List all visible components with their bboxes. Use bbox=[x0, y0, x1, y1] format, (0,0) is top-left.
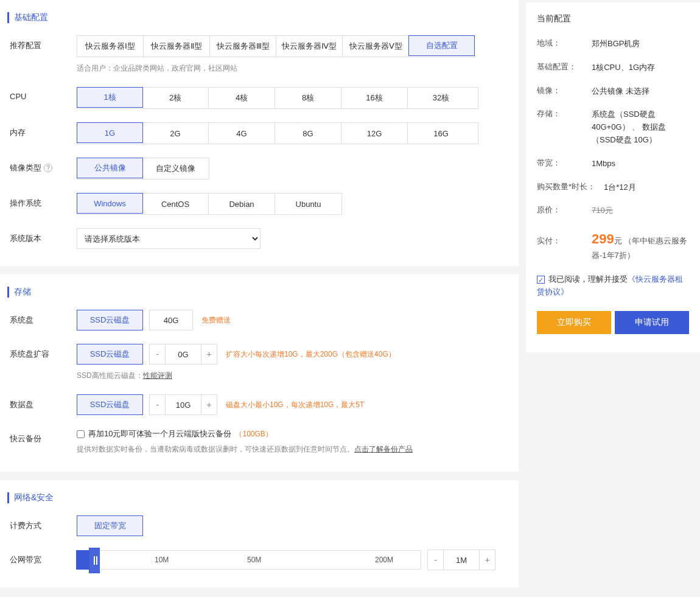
sum-storage-val: 系统盘（SSD硬盘 40G+0G） 、 数据盘（SSD硬盘 10G） bbox=[592, 108, 689, 146]
backup-note: 提供对数据实时备份，当遭勒索病毒或数据误删时，可快速还原数据到任意时间节点。点击… bbox=[77, 444, 513, 455]
expand-stepper: - + bbox=[149, 344, 217, 365]
mem-opt-8g[interactable]: 8G bbox=[275, 123, 341, 144]
datadisk-stepper: - + bbox=[149, 394, 217, 415]
mem-opt-2g[interactable]: 2G bbox=[142, 123, 209, 144]
summary-title: 当前配置 bbox=[537, 13, 689, 24]
backup-checkbox[interactable] bbox=[77, 430, 85, 438]
buy-now-button[interactable]: 立即购买 bbox=[537, 311, 611, 334]
slider-handle[interactable] bbox=[89, 548, 100, 573]
label-os: 操作系统 bbox=[10, 193, 77, 209]
datadisk-minus-button[interactable]: - bbox=[150, 395, 166, 414]
sum-origin-label: 原价： bbox=[537, 204, 592, 217]
backup-opt-size: （100GB） bbox=[235, 429, 272, 439]
sum-bw-label: 带宽： bbox=[537, 158, 592, 170]
cpu-opt-8[interactable]: 8核 bbox=[275, 88, 341, 108]
sum-region-label: 地域： bbox=[537, 38, 592, 51]
bw-plus-button[interactable]: + bbox=[479, 550, 495, 570]
label-cpu: CPU bbox=[10, 87, 77, 101]
expand-hint: 扩容大小每次递增10G，最大200G（包含赠送40G） bbox=[226, 349, 396, 360]
label-expand: 系统盘扩容 bbox=[10, 344, 77, 360]
cpu-opt-32[interactable]: 32核 bbox=[408, 88, 474, 108]
os-opt-windows[interactable]: Windows bbox=[77, 193, 143, 214]
rec-opt-2[interactable]: 快云服务器Ⅱ型 bbox=[144, 36, 210, 57]
sysdisk-type-ssd[interactable]: SSD云磁盘 bbox=[77, 310, 143, 330]
datadisk-hint: 磁盘大小最小10G，每次递增10G，最大5T bbox=[226, 400, 364, 410]
sum-image-label: 镜像： bbox=[537, 85, 592, 98]
bw-tick-200m: 200M bbox=[375, 556, 393, 564]
recommended-options: 快云服务器Ⅰ型 快云服务器Ⅱ型 快云服务器Ⅲ型 快云服务器Ⅳ型 快云服务器Ⅴ型 … bbox=[77, 35, 475, 57]
datadisk-input[interactable] bbox=[166, 395, 201, 414]
label-recommended: 推荐配置 bbox=[10, 35, 77, 51]
expand-type-ssd[interactable]: SSD云磁盘 bbox=[77, 344, 143, 365]
os-opt-ubuntu[interactable]: Ubuntu bbox=[275, 194, 341, 214]
bw-tick-50m: 50M bbox=[247, 556, 261, 564]
sum-basic-label: 基础配置： bbox=[537, 61, 592, 74]
sum-basic-val: 1核CPU、1G内存 bbox=[592, 61, 689, 74]
sum-storage-label: 存储： bbox=[537, 108, 592, 146]
sysdisk-size-box: 40G bbox=[149, 310, 193, 330]
os-opt-centos[interactable]: CentOS bbox=[142, 194, 209, 214]
cpu-opt-16[interactable]: 16核 bbox=[341, 88, 408, 108]
apply-trial-button[interactable]: 申请试用 bbox=[615, 311, 689, 334]
rec-opt-5[interactable]: 快云服务器Ⅴ型 bbox=[343, 36, 409, 57]
perf-link[interactable]: 性能评测 bbox=[143, 371, 172, 380]
rec-opt-custom[interactable]: 自选配置 bbox=[408, 35, 475, 56]
bw-minus-button[interactable]: - bbox=[428, 550, 444, 570]
label-bandwidth: 公网带宽 bbox=[10, 550, 77, 565]
sum-pay-label: 实付： bbox=[537, 236, 592, 246]
system-version-select[interactable]: 请选择系统版本 bbox=[77, 228, 261, 249]
bandwidth-slider[interactable]: 10M 50M 200M bbox=[77, 550, 421, 570]
sum-qty-label: 购买数量*时长： bbox=[537, 181, 604, 194]
sum-origin-val: 710元 bbox=[592, 204, 689, 217]
backup-opt-text: 再加10元即可体验一个月云端版快云备份 bbox=[88, 428, 231, 439]
cpu-opt-4[interactable]: 4核 bbox=[209, 88, 275, 108]
section-title-storage: 存储 bbox=[7, 287, 513, 298]
mem-opt-12g[interactable]: 12G bbox=[341, 123, 408, 144]
backup-learn-link[interactable]: 点击了解备份产品 bbox=[354, 445, 413, 453]
agree-checkbox[interactable] bbox=[537, 276, 545, 284]
bw-tick-10m: 10M bbox=[155, 556, 169, 564]
os-opt-debian[interactable]: Debian bbox=[209, 194, 275, 214]
label-billing: 计费方式 bbox=[10, 515, 77, 531]
sum-qty-val: 1台*12月 bbox=[604, 181, 689, 194]
mem-opt-16g[interactable]: 16G bbox=[408, 123, 474, 144]
sum-bw-val: 1Mbps bbox=[592, 158, 689, 170]
rec-opt-4[interactable]: 快云服务器Ⅳ型 bbox=[276, 36, 343, 57]
section-title-basic: 基础配置 bbox=[7, 12, 513, 23]
sysdisk-gift: 免费赠送 bbox=[201, 315, 231, 326]
expand-plus-button[interactable]: + bbox=[201, 344, 217, 364]
question-icon[interactable]: ? bbox=[44, 164, 52, 172]
label-sysver: 系统版本 bbox=[10, 228, 77, 244]
img-opt-public[interactable]: 公共镜像 bbox=[77, 158, 143, 178]
expand-input[interactable] bbox=[166, 344, 201, 364]
rec-opt-1[interactable]: 快云服务器Ⅰ型 bbox=[77, 36, 144, 57]
cpu-opt-1[interactable]: 1核 bbox=[77, 87, 143, 108]
mem-opt-4g[interactable]: 4G bbox=[209, 123, 275, 144]
cpu-opt-2[interactable]: 2核 bbox=[142, 88, 209, 108]
sum-region-val: 郑州BGP机房 bbox=[592, 38, 689, 51]
img-opt-custom[interactable]: 自定义镜像 bbox=[142, 158, 209, 179]
sum-image-val: 公共镜像 未选择 bbox=[592, 85, 689, 98]
section-title-network: 网络&安全 bbox=[7, 492, 513, 503]
label-memory: 内存 bbox=[10, 122, 77, 138]
bandwidth-stepper: - + bbox=[427, 550, 495, 570]
datadisk-type-ssd[interactable]: SSD云磁盘 bbox=[77, 394, 143, 415]
bw-input[interactable] bbox=[444, 550, 479, 570]
datadisk-plus-button[interactable]: + bbox=[201, 395, 217, 414]
label-backup: 快云备份 bbox=[10, 428, 77, 444]
mem-opt-1g[interactable]: 1G bbox=[77, 122, 143, 143]
summary-panel: 当前配置 地域：郑州BGP机房 基础配置：1核CPU、1G内存 镜像：公共镜像 … bbox=[526, 2, 700, 352]
label-sysdisk: 系统盘 bbox=[10, 310, 77, 326]
label-image-type: 镜像类型? bbox=[10, 158, 77, 173]
label-datadisk: 数据盘 bbox=[10, 394, 77, 410]
rec-opt-3[interactable]: 快云服务器Ⅲ型 bbox=[210, 36, 276, 57]
recommended-hint: 适合用户：企业品牌类网站，政府官网，社区网站 bbox=[77, 63, 513, 74]
ssd-perf-note: SSD高性能云磁盘：性能评测 bbox=[77, 371, 513, 381]
agree-line: 我已阅读，理解并接受《快云服务器租赁协议》 bbox=[537, 273, 689, 299]
billing-fixed[interactable]: 固定带宽 bbox=[77, 515, 143, 536]
sum-pay-val: 299元 （年中钜惠云服务器-1年7折） bbox=[592, 228, 689, 262]
expand-minus-button[interactable]: - bbox=[150, 344, 166, 364]
